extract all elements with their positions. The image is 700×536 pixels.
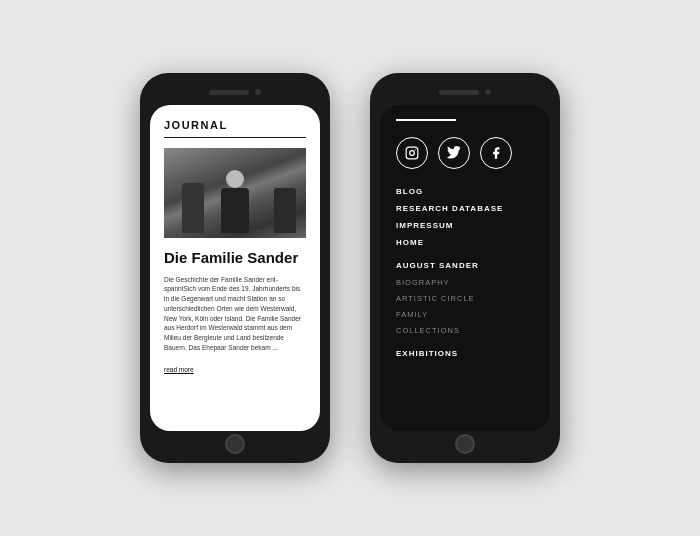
twitter-icon[interactable] (438, 137, 470, 169)
menu-nav-links: BLOG RESEARCH DATABASE IMPRESSUM HOME (396, 187, 534, 247)
menu-family[interactable]: FAMILY (396, 310, 534, 319)
menu-home[interactable]: HOME (396, 238, 534, 247)
camera-dot-2 (485, 89, 491, 95)
phone-top-bar-2 (380, 83, 550, 101)
figure-right (274, 188, 296, 233)
journal-screen: JOURNAL Die Familie Sander Die Geschicht… (150, 105, 320, 431)
menu-research-database[interactable]: RESEARCH DATABASE (396, 204, 534, 213)
svg-rect-0 (406, 147, 418, 159)
figure-left (182, 183, 204, 233)
home-button-2[interactable] (455, 434, 475, 454)
figure-child (221, 188, 249, 233)
speaker (209, 90, 249, 95)
menu-biography[interactable]: BIOGRAPHY (396, 278, 534, 287)
facebook-icon[interactable] (480, 137, 512, 169)
camera-dot (255, 89, 261, 95)
instagram-icon[interactable] (396, 137, 428, 169)
read-more-link[interactable]: read more (164, 366, 194, 373)
phone-menu: BLOG RESEARCH DATABASE IMPRESSUM HOME AU… (370, 73, 560, 463)
home-button[interactable] (225, 434, 245, 454)
august-sander-section-title: AUGUST SANDER (396, 261, 534, 270)
journal-image (164, 148, 306, 238)
menu-collections[interactable]: COLLECTIONS (396, 326, 534, 335)
menu-impressum[interactable]: IMPRESSUM (396, 221, 534, 230)
svg-point-1 (410, 151, 415, 156)
speaker-2 (439, 90, 479, 95)
menu-screen: BLOG RESEARCH DATABASE IMPRESSUM HOME AU… (380, 105, 550, 431)
article-title: Die Familie Sander (164, 248, 306, 268)
journal-divider (164, 137, 306, 138)
journal-image-bg (164, 148, 306, 238)
menu-exhibitions[interactable]: EXHIBITIONS (396, 349, 534, 358)
article-body: Die Geschichte der Familie Sander ent-sp… (164, 275, 306, 353)
scene: JOURNAL Die Familie Sander Die Geschicht… (0, 0, 700, 536)
svg-point-2 (415, 149, 416, 150)
figure-child-head (226, 170, 244, 188)
august-sander-sub-links: BIOGRAPHY ARTISTIC CIRCLE FAMILY COLLECT… (396, 278, 534, 335)
phone-bottom-bar (150, 435, 320, 453)
social-icons (396, 137, 534, 169)
menu-top-line (396, 119, 456, 121)
menu-artistic-circle[interactable]: ARTISTIC CIRCLE (396, 294, 534, 303)
phone-journal: JOURNAL Die Familie Sander Die Geschicht… (140, 73, 330, 463)
menu-blog[interactable]: BLOG (396, 187, 534, 196)
journal-title: JOURNAL (164, 119, 306, 131)
phone-bottom-bar-2 (380, 435, 550, 453)
phone-top-bar (150, 83, 320, 101)
